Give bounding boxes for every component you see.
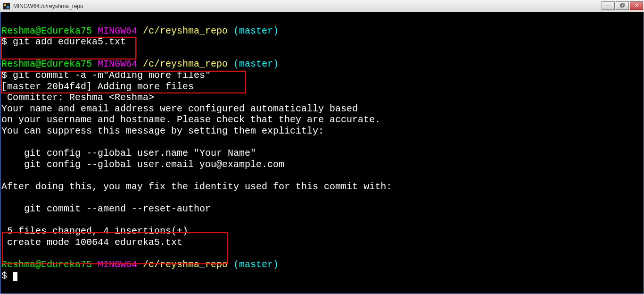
terminal-area[interactable]: Reshma@Edureka75 MINGW64 /c/reyshma_repo… <box>0 12 644 294</box>
prompt-line: Reshma@Edureka75 MINGW64 /c/reyshma_repo… <box>1 59 643 70</box>
svg-rect-4 <box>621 3 624 6</box>
prompt-line: Reshma@Edureka75 MINGW64 /c/reyshma_repo… <box>1 25 643 37</box>
command-line[interactable]: $ <box>1 270 643 282</box>
prompt-symbol: $ <box>1 270 13 281</box>
output-line: on your username and hostname. Please ch… <box>1 114 643 126</box>
command-text: git add edureka5.txt <box>13 36 126 47</box>
command-text: git commit -a -m"Adding more files" <box>13 70 211 81</box>
prompt-branch: (master) <box>228 59 279 69</box>
svg-rect-2 <box>7 6 9 8</box>
output-line: 5 files changed, 4 insertions(+) <box>1 226 643 237</box>
command-line: $ git commit -a -m"Adding more files" <box>1 70 643 81</box>
prompt-path: /c/reyshma_repo <box>137 259 228 270</box>
prompt-env: MINGW64 <box>92 25 137 36</box>
output-line: After doing this, you may fix the identi… <box>1 181 643 193</box>
svg-rect-3 <box>620 4 623 7</box>
prompt-env: MINGW64 <box>92 59 137 69</box>
blank-line <box>1 193 643 204</box>
close-button[interactable]: ✕ <box>630 1 643 10</box>
command-line: $ git add edureka5.txt <box>1 36 643 48</box>
output-line: git config --global user.email you@examp… <box>1 159 643 170</box>
minimize-button[interactable]: — <box>602 1 615 10</box>
prompt-line: Reshma@Edureka75 MINGW64 /c/reyshma_repo… <box>1 259 643 270</box>
blank-line <box>1 215 643 226</box>
cursor <box>13 272 17 281</box>
prompt-user: Reshma@Edureka75 <box>1 259 92 270</box>
blank-line <box>1 170 643 181</box>
prompt-branch: (master) <box>228 259 279 270</box>
output-line: Your name and email address were configu… <box>1 103 643 115</box>
terminal-line <box>1 14 643 25</box>
blank-line <box>1 48 643 59</box>
window-title: MINGW64:/c/reyshma_repo <box>13 3 601 9</box>
output-line: git commit --amend --reset-author <box>1 203 643 215</box>
prompt-symbol: $ <box>1 70 13 81</box>
prompt-user: Reshma@Edureka75 <box>1 59 92 69</box>
prompt-path: /c/reyshma_repo <box>137 25 228 36</box>
prompt-user: Reshma@Edureka75 <box>1 25 92 36</box>
blank-line <box>1 137 643 148</box>
output-line: Committer: Reshma <Reshma> <box>1 92 643 103</box>
svg-rect-1 <box>4 4 6 6</box>
prompt-path: /c/reyshma_repo <box>137 59 228 69</box>
prompt-symbol: $ <box>1 36 13 47</box>
prompt-env: MINGW64 <box>92 259 137 270</box>
window-titlebar: MINGW64:/c/reyshma_repo — ✕ <box>0 0 644 12</box>
maximize-button[interactable] <box>616 1 629 10</box>
prompt-branch: (master) <box>228 25 279 36</box>
mingw-icon <box>3 2 10 10</box>
output-line: You can suppress this message by setting… <box>1 126 643 137</box>
window-controls: — ✕ <box>601 1 643 11</box>
output-line: [master 20b4f4d] Adding more files <box>1 81 643 92</box>
blank-line <box>1 248 643 259</box>
output-line: create mode 100644 edureka5.txt <box>1 237 643 248</box>
output-line: git config --global user.name "Your Name… <box>1 148 643 159</box>
